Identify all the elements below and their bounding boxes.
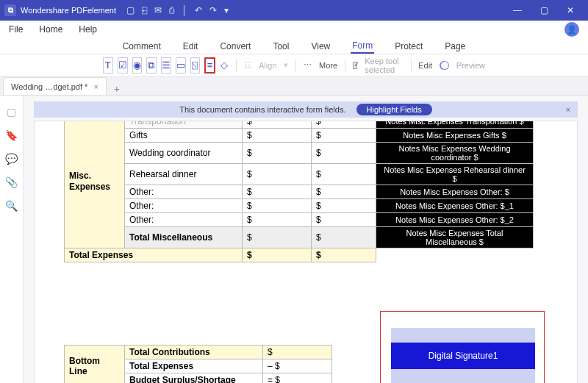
more-icon[interactable]: ⋯	[304, 60, 312, 70]
cell[interactable]: $	[243, 213, 312, 227]
preview-mode-label: Preview	[456, 61, 485, 70]
bookmark-icon[interactable]: 🔖	[5, 129, 18, 141]
cell[interactable]: $	[243, 185, 312, 199]
text-field-button[interactable]: T	[103, 57, 113, 74]
cell[interactable]: $	[312, 248, 376, 262]
more-label[interactable]: More	[319, 61, 337, 70]
cell[interactable]: $	[312, 129, 376, 143]
notice-close-icon[interactable]: ×	[566, 105, 570, 114]
save-icon[interactable]: ⍇	[142, 5, 147, 15]
cell[interactable]: $	[312, 185, 376, 199]
cell[interactable]: $	[243, 129, 312, 143]
row-surplus: Budget Surplus/Shortage	[125, 373, 263, 384]
row-expenses: Total Expenses	[125, 359, 263, 373]
note-field[interactable]: Notes Misc Expenses Total Miscellaneous …	[376, 227, 534, 248]
align-icon[interactable]: ☷	[244, 60, 251, 70]
list-button[interactable]: ☰	[161, 57, 171, 74]
note-field[interactable]: Notes Misc Expenses Other: $_1	[376, 199, 534, 213]
misc-expenses-table: Misc. Expenses Transportation $ $ Notes …	[64, 121, 534, 262]
document-page: Misc. Expenses Transportation $ $ Notes …	[34, 121, 578, 383]
close-button[interactable]: ✕	[557, 5, 584, 15]
file-tabs: Wedding …dget.pdf * × +	[0, 76, 588, 96]
cell[interactable]: $	[243, 121, 312, 129]
thumbnails-icon[interactable]: ▢	[7, 106, 16, 118]
chevron-down-icon[interactable]: ▾	[224, 5, 229, 15]
checkbox-button[interactable]: ☑	[118, 57, 128, 74]
keep-tool-checkbox[interactable]	[353, 62, 358, 69]
mail-icon[interactable]: ✉	[154, 5, 162, 15]
signature-field-label: Digital Signature1	[391, 343, 535, 369]
signature-field-button[interactable]: ≡	[204, 57, 215, 74]
note-field[interactable]: Notes Misc Expenses Other: $	[376, 185, 534, 199]
open-icon[interactable]: ▢	[126, 5, 135, 15]
note-field[interactable]: Notes Misc Expenses Gifts $	[376, 129, 534, 143]
app-title: Wondershare PDFelement	[21, 6, 116, 15]
left-rail: ▢ 🔖 💬 📎 🔍	[0, 96, 24, 383]
highlight-fields-button[interactable]: Highlight Fields	[356, 104, 432, 115]
cell[interactable]: $	[243, 164, 312, 185]
note-field[interactable]: Notes Misc Expenses Wedding coordinator …	[376, 143, 534, 164]
print-icon[interactable]: ⎙	[169, 5, 174, 15]
redo-icon[interactable]: ↷	[209, 5, 217, 15]
cell[interactable]: $	[312, 164, 376, 185]
cell[interactable]: $	[263, 346, 332, 359]
menu-home[interactable]: Home	[39, 24, 62, 35]
cell[interactable]: $	[243, 143, 312, 164]
align-label: Align	[259, 61, 276, 70]
tab-comment[interactable]: Comment	[121, 40, 162, 53]
keep-tool-label: Keep tool selected	[365, 57, 403, 74]
close-tab-icon[interactable]: ×	[93, 82, 98, 91]
file-tab[interactable]: Wedding …dget.pdf * ×	[3, 77, 107, 95]
comment-panel-icon[interactable]: 💬	[5, 153, 18, 165]
note-field[interactable]: Notes Misc Expenses Rehearsal dinner $	[376, 164, 534, 185]
row-wedding-coord: Wedding coordinator	[125, 143, 243, 164]
maximize-button[interactable]: ▢	[531, 5, 557, 15]
misc-label-1: Misc.	[69, 171, 91, 181]
cell[interactable]: $	[312, 199, 376, 213]
app-logo: ⧉	[4, 4, 16, 16]
signature-field-selection[interactable]: Digital Signature1	[380, 311, 545, 383]
tab-tool[interactable]: Tool	[271, 40, 290, 53]
tab-protect[interactable]: Protect	[393, 40, 424, 53]
cell[interactable]: – $	[263, 359, 332, 373]
menu-help[interactable]: Help	[79, 24, 97, 35]
row-total-misc: Total Miscellaneous	[125, 227, 243, 248]
new-tab-button[interactable]: +	[108, 83, 126, 95]
row-transportation: Transportation	[125, 121, 243, 129]
cell[interactable]: = $	[263, 373, 332, 384]
image-field-button[interactable]: ⍂	[190, 57, 201, 74]
combo-button[interactable]: ⧉	[146, 57, 157, 74]
eraser-button[interactable]: ◇	[220, 57, 229, 74]
bottom-line-label: Bottom Line	[65, 346, 125, 384]
button-field-button[interactable]: ▭	[176, 57, 186, 74]
row-other-2: Other:	[125, 199, 243, 213]
tab-form[interactable]: Form	[351, 39, 374, 54]
edit-mode-label: Edit	[418, 61, 432, 70]
edit-preview-toggle[interactable]	[440, 61, 449, 70]
menu-file[interactable]: File	[9, 24, 23, 35]
note-field[interactable]: Notes Misc Expenses Other: $_2	[376, 213, 534, 227]
note-field[interactable]: Notes Misc Expenses Transportation $	[376, 121, 534, 129]
form-toolbar: T ☑ ◉ ⧉ ☰ ▭ ⍂ ≡ ◇ ☷ Align ▾ ⋯ More Keep …	[0, 54, 588, 76]
tab-page[interactable]: Page	[443, 40, 467, 53]
minimize-button[interactable]: —	[504, 5, 531, 15]
cell[interactable]: $	[243, 227, 312, 248]
cell[interactable]: $	[243, 248, 312, 262]
cell[interactable]: $	[312, 213, 376, 227]
cell[interactable]: $	[312, 227, 376, 248]
tab-edit[interactable]: Edit	[182, 40, 200, 53]
cell[interactable]: $	[312, 143, 376, 164]
radio-button[interactable]: ◉	[132, 57, 143, 74]
undo-icon[interactable]: ↶	[195, 5, 202, 15]
cell[interactable]: $	[243, 199, 312, 213]
form-notice-bar: This document contains interactive form …	[34, 101, 578, 118]
menubar: File Home Help 👤	[0, 21, 588, 38]
user-avatar[interactable]: 👤	[564, 22, 579, 37]
cell[interactable]: $	[312, 121, 376, 129]
file-tab-label: Wedding …dget.pdf *	[11, 82, 87, 91]
tab-view[interactable]: View	[309, 40, 331, 53]
tab-convert[interactable]: Convert	[218, 40, 252, 53]
misc-label-2: Expenses	[69, 182, 110, 192]
search-icon[interactable]: 🔍	[5, 200, 18, 212]
attachment-icon[interactable]: 📎	[5, 176, 18, 188]
